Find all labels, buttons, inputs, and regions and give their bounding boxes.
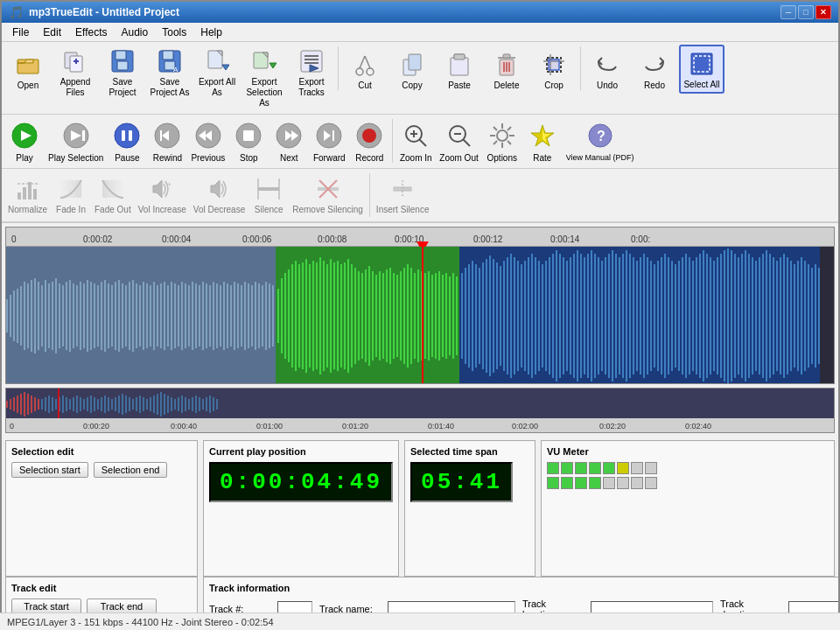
cut-button[interactable]: Cut xyxy=(342,45,388,94)
svg-rect-152 xyxy=(150,285,151,346)
vu-row-2 xyxy=(547,477,829,489)
ruler-mark-12: 0:00:12 xyxy=(473,234,502,244)
paste-button[interactable]: Paste xyxy=(437,45,482,94)
menu-file[interactable]: File xyxy=(5,24,36,40)
menu-edit[interactable]: Edit xyxy=(36,24,68,40)
svg-rect-367 xyxy=(83,399,85,410)
play-selection-button[interactable]: Play Selection xyxy=(46,117,106,165)
play-button[interactable]: Play xyxy=(5,117,44,165)
svg-rect-385 xyxy=(146,399,148,410)
options-button[interactable]: Options xyxy=(483,117,522,165)
svg-rect-232 xyxy=(431,275,433,357)
silence-button[interactable]: Silence xyxy=(249,172,288,217)
forward-button[interactable]: Forward xyxy=(310,117,348,165)
svg-rect-214 xyxy=(368,266,370,366)
vol-increase-button[interactable]: + Vol Increase xyxy=(136,172,189,217)
maximize-button[interactable]: □ xyxy=(798,5,814,19)
undo-button[interactable]: Undo xyxy=(584,45,630,94)
svg-rect-140 xyxy=(108,284,109,348)
remove-silencing-button[interactable]: Remove Silencing xyxy=(290,172,366,217)
export-all-as-button[interactable]: Export All As xyxy=(194,45,240,101)
fade-in-button[interactable]: Fade In xyxy=(52,172,90,217)
zoom-in-button[interactable]: Zoom In xyxy=(396,117,435,165)
svg-rect-249 xyxy=(493,259,494,373)
svg-rect-154 xyxy=(157,285,158,346)
svg-rect-350 xyxy=(24,392,25,416)
svg-rect-100 xyxy=(258,187,279,191)
svg-rect-118 xyxy=(31,280,32,352)
delete-button[interactable]: Delete xyxy=(484,45,529,94)
zoom-out-icon xyxy=(444,120,475,151)
svg-rect-371 xyxy=(97,399,99,410)
svg-line-81 xyxy=(494,127,497,130)
append-files-button[interactable]: Append Files xyxy=(52,45,98,101)
menu-effects[interactable]: Effects xyxy=(68,24,114,40)
crop-icon xyxy=(540,51,568,79)
fade-out-button[interactable]: Fade Out xyxy=(92,172,134,217)
svg-rect-231 xyxy=(428,271,430,360)
export-tracks-button[interactable]: Export Tracks xyxy=(289,45,334,101)
svg-rect-320 xyxy=(741,254,743,378)
selection-end-button[interactable]: Selection end xyxy=(94,462,168,478)
stop-icon xyxy=(233,120,264,151)
status-bar: MPEG1/Layer 3 - 151 kbps - 44100 Hz - Jo… xyxy=(0,612,840,630)
mini-waveform-container[interactable]: 0 0:00:20 0:00:40 0:01:00 0:01:20 0:01:4… xyxy=(5,388,835,433)
open-button[interactable]: Open xyxy=(5,45,51,94)
svg-rect-131 xyxy=(76,285,78,346)
save-project-as-button[interactable]: A Save Project As xyxy=(147,45,192,101)
menu-tools[interactable]: Tools xyxy=(155,24,193,40)
waveform-svg xyxy=(6,247,820,384)
cut-label: Cut xyxy=(358,80,372,91)
svg-rect-314 xyxy=(720,254,722,378)
selection-start-button[interactable]: Selection start xyxy=(11,462,88,478)
redo-button[interactable]: Redo xyxy=(632,45,677,94)
svg-rect-278 xyxy=(594,254,596,378)
svg-rect-274 xyxy=(580,254,582,378)
select-all-button[interactable]: Select All xyxy=(679,45,724,94)
menu-help[interactable]: Help xyxy=(193,24,229,40)
rate-button[interactable]: Rate xyxy=(523,117,562,165)
waveform-container[interactable]: 0 0:00:02 0:00:04 0:00:06 0:00:08 0:00:1… xyxy=(5,227,835,384)
previous-button[interactable]: Previous xyxy=(188,117,228,165)
mini-ruler: 0 0:00:20 0:00:40 0:01:00 0:01:20 0:01:4… xyxy=(6,418,834,432)
svg-rect-287 xyxy=(626,250,627,382)
export-selection-as-button[interactable]: Export Selection As xyxy=(242,45,287,111)
insert-silence-button[interactable]: Insert Silence xyxy=(374,172,432,217)
svg-rect-383 xyxy=(139,396,141,413)
minimize-button[interactable]: ─ xyxy=(780,5,796,19)
svg-rect-208 xyxy=(347,259,349,373)
copy-button[interactable]: Copy xyxy=(389,45,435,94)
view-manual-button[interactable]: ? View Manual (PDF) xyxy=(564,117,637,164)
menu-audio[interactable]: Audio xyxy=(115,24,156,40)
svg-rect-151 xyxy=(146,284,148,348)
stop-button[interactable]: Stop xyxy=(229,117,268,165)
svg-rect-267 xyxy=(556,250,557,382)
rewind-button[interactable]: Rewind xyxy=(148,117,186,165)
vu-meter-panel: VU Meter xyxy=(541,440,835,577)
record-button[interactable]: Record xyxy=(350,117,388,165)
next-button[interactable]: Next xyxy=(270,117,308,165)
svg-rect-163 xyxy=(188,285,190,346)
zoom-out-button[interactable]: Zoom Out xyxy=(437,117,480,165)
save-project-button[interactable]: Save Project xyxy=(100,45,145,101)
crop-button[interactable]: Crop xyxy=(531,45,577,94)
svg-rect-207 xyxy=(344,262,346,369)
svg-rect-347 xyxy=(13,397,15,411)
mini-mark-200: 0:02:00 xyxy=(512,422,538,430)
svg-rect-175 xyxy=(230,285,232,346)
close-button[interactable]: ✕ xyxy=(816,5,831,19)
vu-seg-2-8 xyxy=(645,477,657,489)
svg-rect-167 xyxy=(202,282,204,350)
svg-rect-200 xyxy=(319,257,321,374)
svg-rect-29 xyxy=(409,54,421,70)
svg-rect-202 xyxy=(326,264,328,368)
selection-edit-panel: Selection edit Selection start Selection… xyxy=(5,440,198,577)
vu-row-1 xyxy=(547,462,829,474)
svg-rect-301 xyxy=(675,264,676,368)
pause-button[interactable]: Pause xyxy=(108,117,146,165)
view-manual-label: View Manual (PDF) xyxy=(566,153,634,162)
normalize-button[interactable]: Normalize xyxy=(5,172,50,217)
svg-rect-403 xyxy=(209,396,211,413)
vol-decrease-button[interactable]: - Vol Decrease xyxy=(191,172,248,217)
svg-rect-241 xyxy=(465,268,466,364)
